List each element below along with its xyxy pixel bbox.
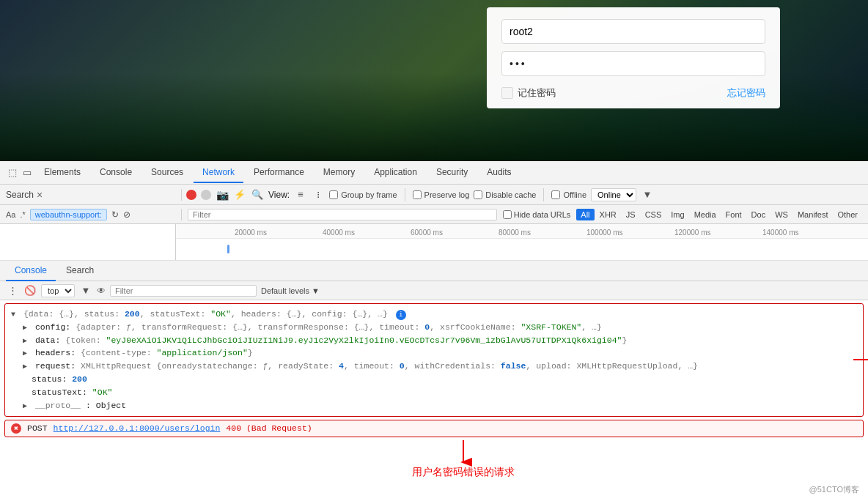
type-tab-css[interactable]: CSS: [641, 209, 666, 220]
expand-icon-4[interactable]: [23, 348, 30, 360]
timeline-left-panel: [0, 224, 176, 260]
bottom-tab-search[interactable]: Search: [57, 261, 103, 281]
console-filter-input[interactable]: [110, 285, 257, 297]
login-panel: 记住密码 忘记密码: [487, 7, 780, 108]
annotation-right: 用户名和密码正确时: [853, 349, 868, 371]
type-filter-tabs: All XHR JS CSS Img Media Font Doc WS Man…: [576, 209, 862, 220]
error-icon: ✖: [11, 423, 21, 434]
expand-icon-2[interactable]: [23, 322, 30, 334]
hide-data-urls-option[interactable]: Hide data URLs: [503, 210, 571, 219]
disable-cache-option[interactable]: Disable cache: [474, 190, 536, 199]
refresh-icon[interactable]: ↻: [111, 209, 119, 220]
tab-audits[interactable]: Audits: [478, 163, 520, 183]
ruler-120k: 120000 ms: [674, 229, 710, 237]
expand-icon-1[interactable]: [11, 309, 18, 321]
tab-network[interactable]: Network: [194, 163, 243, 183]
console-line-4: headers: {content-type: "application/jso…: [23, 346, 857, 360]
error-url[interactable]: http://127.0.0.1:8000/users/login: [54, 423, 221, 433]
console-line-3: data: {token: "eyJ0eXAiOiJKV1QiLCJhbGciO…: [23, 334, 857, 347]
context-arrow-icon[interactable]: ▼: [79, 284, 92, 297]
camera-icon[interactable]: 📷: [216, 188, 229, 201]
tab-performance[interactable]: Performance: [245, 163, 313, 183]
stop-button[interactable]: [201, 190, 211, 200]
remember-me-row: 记住密码: [501, 86, 556, 100]
cancel-filter-icon[interactable]: ⊘: [123, 209, 130, 220]
ruler-40k: 40000 ms: [323, 229, 355, 237]
record-button[interactable]: [186, 190, 196, 200]
console-line-2: config: {adapter: ƒ, transformRequest: {…: [23, 321, 857, 334]
offline-option[interactable]: Offline: [551, 190, 586, 199]
bottom-tab-console[interactable]: Console: [6, 261, 56, 281]
annotation-bottom-label: 用户名密码错误的请求: [412, 466, 515, 479]
network-toolbar: Search × 📷 ⚡ 🔍 View: ≡ ⫶ Group by frame …: [0, 185, 868, 205]
timeline-ruler: 20000 ms 40000 ms 60000 ms 80000 ms 1000…: [176, 224, 868, 239]
devtools-tab-bar: ⬚ ▭ Elements Console Sources Network Per…: [0, 161, 868, 185]
tab-application[interactable]: Application: [365, 163, 426, 183]
eye-icon[interactable]: 👁: [97, 286, 106, 296]
device-icon[interactable]: ▭: [21, 166, 34, 179]
type-tab-font[interactable]: Font: [721, 209, 746, 220]
remember-label: 记住密码: [518, 86, 556, 100]
context-select[interactable]: top: [41, 284, 75, 297]
tab-sources[interactable]: Sources: [142, 163, 192, 183]
type-tab-manifest[interactable]: Manifest: [793, 209, 833, 220]
ruler-140k: 140000 ms: [762, 229, 798, 237]
view-list-icon[interactable]: ≡: [294, 188, 307, 201]
type-tab-img[interactable]: Img: [666, 209, 688, 220]
username-input[interactable]: [501, 19, 765, 44]
search-panel: Search ×: [6, 189, 182, 201]
aa-label: Aa: [6, 210, 15, 219]
filter-icon[interactable]: ⚡: [233, 188, 246, 201]
console-clear-icon[interactable]: 🚫: [23, 284, 37, 297]
filter-input[interactable]: [188, 209, 497, 220]
type-tab-ws[interactable]: WS: [770, 209, 792, 220]
type-tab-other[interactable]: Other: [833, 209, 862, 220]
top-area: 记住密码 忘记密码: [0, 0, 868, 161]
default-levels-dropdown[interactable]: Default levels ▼: [261, 286, 320, 295]
error-method: POST: [27, 423, 48, 433]
search-label: Search: [6, 190, 34, 200]
search-network-icon[interactable]: 🔍: [251, 188, 264, 201]
dot-star-label: .*: [20, 210, 25, 219]
group-by-frame-option[interactable]: Group by frame: [329, 190, 397, 199]
tab-security[interactable]: Security: [427, 163, 477, 183]
inspect-icon[interactable]: ⬚: [6, 166, 19, 179]
watermark: @51CTO博客: [809, 484, 859, 495]
remember-checkbox[interactable]: [501, 87, 513, 99]
password-input[interactable]: [501, 51, 765, 76]
url-filter-chip[interactable]: webauthn-support:: [30, 209, 107, 220]
expand-icon-3[interactable]: [23, 335, 30, 347]
bottom-tab-bar: Console Search: [0, 261, 868, 281]
console-line-6: status: 200: [32, 373, 857, 386]
devtools-container: ⬚ ▭ Elements Console Sources Network Per…: [0, 161, 868, 501]
ruler-20k: 20000 ms: [235, 229, 267, 237]
type-tab-js[interactable]: JS: [622, 209, 640, 220]
search-close-icon[interactable]: ×: [37, 189, 43, 201]
bottom-controls: ⋮ 🚫 top ▼ 👁 Default levels ▼: [0, 281, 868, 300]
tab-elements[interactable]: Elements: [35, 163, 89, 183]
type-tab-all[interactable]: All: [576, 209, 594, 220]
expand-icon-6[interactable]: [23, 401, 30, 412]
view-group-icon[interactable]: ⫶: [312, 188, 325, 201]
console-output: {data: {…}, status: 200, statusText: "OK…: [0, 300, 868, 501]
timeline-bar: [227, 245, 229, 253]
preserve-log-option[interactable]: Preserve log: [413, 190, 470, 199]
tab-console[interactable]: Console: [91, 163, 141, 183]
type-tab-media[interactable]: Media: [690, 209, 721, 220]
expand-icon-5[interactable]: [23, 361, 30, 373]
type-tab-xhr[interactable]: XHR: [595, 209, 621, 220]
forgot-password-link[interactable]: 忘记密码: [727, 86, 765, 100]
console-line-1: {data: {…}, status: 200, statusText: "OK…: [11, 308, 857, 321]
timeline-content: [176, 239, 868, 260]
console-settings-icon[interactable]: ⋮: [6, 284, 19, 297]
throttle-menu-icon[interactable]: ▼: [641, 188, 654, 201]
ruler-60k: 60000 ms: [411, 229, 443, 237]
console-line-5: request: XMLHttpRequest {onreadystatecha…: [23, 360, 857, 373]
throttle-select[interactable]: Online: [591, 188, 636, 201]
tab-memory[interactable]: Memory: [315, 163, 364, 183]
timeline-right-panel: 20000 ms 40000 ms 60000 ms 80000 ms 1000…: [176, 224, 868, 260]
type-tab-doc[interactable]: Doc: [747, 209, 770, 220]
console-line-8: __proto__ : Object: [23, 399, 857, 412]
error-status: 400 (Bad Request): [226, 423, 312, 433]
filter-row: Aa .* webauthn-support: ↻ ⊘ Hide data UR…: [0, 205, 868, 224]
